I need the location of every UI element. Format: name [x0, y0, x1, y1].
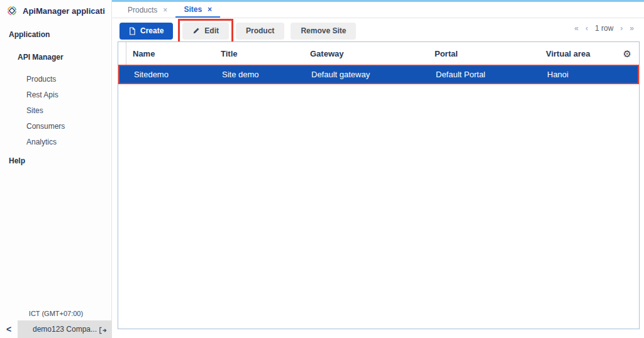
- company-label: demo123 Compa...: [33, 325, 97, 334]
- product-button[interactable]: Product: [236, 23, 284, 40]
- sidebar-item-rest-apis[interactable]: Rest Apis: [0, 87, 111, 103]
- app-window: ApiManager applicati... Application API …: [0, 0, 644, 338]
- table-header-spacer: [118, 42, 126, 65]
- sidebar-item-analytics[interactable]: Analytics: [0, 134, 111, 150]
- sidebar: ApiManager applicati... Application API …: [0, 0, 112, 338]
- edit-button-highlight-annotation: Edit: [178, 19, 233, 43]
- sidebar-item-products[interactable]: Products: [0, 72, 111, 87]
- create-button[interactable]: Create: [119, 23, 173, 40]
- pagination-status: 1 row: [595, 24, 613, 33]
- pagination: « ‹ 1 row › »: [574, 24, 634, 33]
- sites-table: Name Title Gateway Portal Virtual area ⚙…: [118, 41, 640, 329]
- row-spacer: [119, 66, 128, 83]
- sidebar-item-sites[interactable]: Sites: [0, 103, 111, 119]
- cell-portal: Default Portal: [430, 70, 541, 79]
- toolbar: Create Edit Product Remove Site: [119, 21, 356, 41]
- edit-button[interactable]: Edit: [182, 23, 229, 40]
- table-header-row: Name Title Gateway Portal Virtual area ⚙: [118, 42, 639, 65]
- edit-button-label: Edit: [204, 26, 219, 35]
- create-button-label: Create: [140, 26, 164, 35]
- column-header-virtual-area[interactable]: Virtual area: [540, 49, 621, 58]
- create-file-icon: [129, 27, 136, 35]
- tab-products-close-icon[interactable]: ×: [163, 6, 167, 14]
- product-button-label: Product: [246, 26, 274, 35]
- cell-name: Sitedemo: [128, 70, 216, 79]
- remove-site-button-label: Remove Site: [301, 26, 346, 35]
- tab-products-label: Products: [128, 6, 157, 14]
- cell-virtual-area: Hanoi: [541, 70, 623, 79]
- pagination-prev-button[interactable]: ‹: [586, 24, 588, 33]
- tab-sites-label: Sites: [184, 5, 202, 14]
- cell-gateway: Default gateway: [305, 70, 430, 79]
- remove-site-button[interactable]: Remove Site: [291, 23, 356, 40]
- chevron-left-icon: <: [6, 324, 11, 334]
- sidebar-collapse-button[interactable]: <: [0, 320, 18, 338]
- timezone-label: ICT (GMT+07:00): [0, 310, 112, 317]
- tab-sites[interactable]: Sites ×: [175, 2, 220, 18]
- sidebar-section-help[interactable]: Help: [9, 156, 111, 165]
- column-header-name[interactable]: Name: [126, 49, 214, 58]
- table-row-sitedemo[interactable]: Sitedemo Site demo Default gateway Defau…: [118, 65, 639, 84]
- column-header-title[interactable]: Title: [214, 49, 304, 58]
- sidebar-footer: < demo123 Compa...: [0, 320, 112, 338]
- column-header-gateway[interactable]: Gateway: [304, 49, 428, 58]
- tab-sites-close-icon[interactable]: ×: [208, 5, 212, 14]
- sidebar-nav-list: Products Rest Apis Sites Consumers Analy…: [0, 72, 111, 150]
- pagination-next-button[interactable]: ›: [620, 24, 623, 33]
- pencil-icon: [192, 27, 200, 35]
- sidebar-section-application: Application: [9, 30, 111, 39]
- app-title: ApiManager applicati...: [23, 6, 105, 16]
- tab-products[interactable]: Products ×: [119, 2, 175, 18]
- tab-bar: Products × Sites ×: [112, 2, 644, 18]
- sidebar-group-api-manager[interactable]: API Manager: [18, 53, 111, 62]
- app-header: ApiManager applicati...: [0, 0, 111, 20]
- logout-icon[interactable]: [99, 325, 107, 337]
- column-header-portal[interactable]: Portal: [428, 49, 540, 58]
- pagination-first-button[interactable]: «: [574, 24, 579, 33]
- pagination-last-button[interactable]: »: [630, 24, 634, 33]
- main-area: Products × Sites × Create: [112, 0, 644, 338]
- cell-title: Site demo: [216, 70, 305, 79]
- company-menu[interactable]: demo123 Compa...: [18, 320, 112, 338]
- column-settings-gear-icon[interactable]: ⚙: [623, 49, 631, 58]
- sidebar-item-consumers[interactable]: Consumers: [0, 119, 111, 134]
- app-logo-icon: [6, 5, 18, 16]
